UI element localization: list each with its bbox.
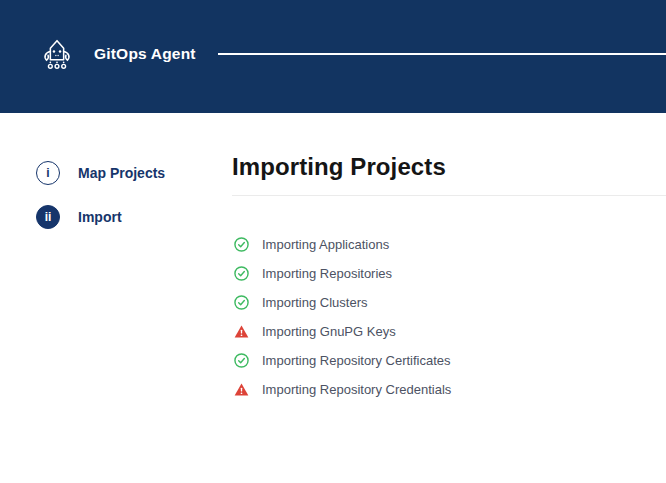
stepper-item-map-projects[interactable]: i Map Projects bbox=[36, 161, 232, 185]
app-header: GitOps Agent bbox=[0, 0, 666, 113]
import-status-list: Importing Applications Importing Reposit… bbox=[232, 230, 666, 404]
page-title: Importing Projects bbox=[232, 153, 666, 181]
import-status-label: Importing Applications bbox=[262, 237, 389, 252]
step-2-circle-icon: ii bbox=[36, 205, 60, 229]
wizard-stepper: i Map Projects ii Import bbox=[0, 113, 232, 404]
gitops-octopus-logo-icon bbox=[38, 34, 76, 74]
import-status-label: Importing Repositories bbox=[262, 266, 392, 281]
step-1-label: Map Projects bbox=[78, 165, 165, 181]
import-status-label: Importing Clusters bbox=[262, 295, 367, 310]
success-check-circle-icon bbox=[234, 295, 249, 310]
main-panel: Importing Projects Importing Application… bbox=[232, 113, 666, 404]
import-status-label: Importing Repository Certificates bbox=[262, 353, 451, 368]
import-status-row: Importing Applications bbox=[234, 230, 666, 259]
import-status-row: Importing Repository Credentials bbox=[234, 375, 666, 404]
step-2-label: Import bbox=[78, 209, 122, 225]
success-check-circle-icon bbox=[234, 353, 249, 368]
import-status-row: Importing Repository Certificates bbox=[234, 346, 666, 375]
stepper-item-import[interactable]: ii Import bbox=[36, 205, 232, 229]
success-check-circle-icon bbox=[234, 237, 249, 252]
step-1-circle-icon: i bbox=[36, 161, 60, 185]
content-area: i Map Projects ii Import Importing Proje… bbox=[0, 113, 666, 404]
app-title: GitOps Agent bbox=[94, 45, 196, 63]
import-status-row: Importing Repositories bbox=[234, 259, 666, 288]
import-status-label: Importing GnuPG Keys bbox=[262, 324, 396, 339]
import-status-row: Importing GnuPG Keys bbox=[234, 317, 666, 346]
success-check-circle-icon bbox=[234, 266, 249, 281]
error-warning-triangle-icon bbox=[234, 382, 249, 397]
header-divider-line bbox=[218, 53, 666, 55]
title-divider bbox=[232, 195, 666, 196]
import-status-label: Importing Repository Credentials bbox=[262, 382, 451, 397]
import-status-row: Importing Clusters bbox=[234, 288, 666, 317]
error-warning-triangle-icon bbox=[234, 324, 249, 339]
